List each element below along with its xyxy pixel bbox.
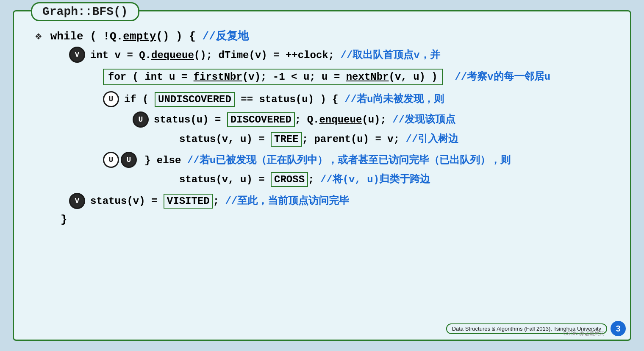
badge-u-4: U <box>121 152 137 168</box>
content-area: ❖ while ( !Q.empty() ) { //反复地 V int v =… <box>27 28 617 226</box>
line-tree: status(v, u) = TREE; parent(u) = v; //引入… <box>35 132 617 147</box>
line-for: for ( int u = firstNbr(v); -1 < u; u = n… <box>35 69 617 85</box>
box-undiscovered: UNDISCOVERED <box>155 92 235 107</box>
code-while: while ( !Q.empty() ) { //反复地 <box>50 28 249 43</box>
line-else: U U } else //若u已被发现（正在队列中），或者甚至已访问完毕（已出队… <box>35 152 617 168</box>
line-visited: V status(v) = VISITED; //至此，当前顶点访问完毕 <box>35 193 617 209</box>
box-visited: VISITED <box>164 194 213 209</box>
code-visited: status(v) = VISITED; //至此，当前顶点访问完毕 <box>90 194 349 209</box>
line-if-undiscovered: U if ( UNDISCOVERED == status(u) ) { //若… <box>35 91 617 107</box>
badge-v-1: V <box>69 47 85 63</box>
line-cross: status(v, u) = CROSS; //将(v, u)归类于跨边 <box>35 172 617 187</box>
badge-u-1: U <box>103 91 119 107</box>
code-else: } else //若u已被发现（正在队列中），或者甚至已访问完毕（已出队列），则 <box>144 153 511 167</box>
watermark: CSDN @诸葛悠闲 <box>563 330 605 337</box>
line-discovered: U status(u) = DISCOVERED; Q.enqueue(u); … <box>35 111 617 128</box>
code-dequeue: int v = Q.dequeue(); dTime(v) = ++clock;… <box>90 48 440 61</box>
line-while: ❖ while ( !Q.empty() ) { //反复地 <box>35 28 617 43</box>
bullet-diamond: ❖ <box>35 29 42 43</box>
box-cross: CROSS <box>271 172 308 187</box>
slide-title: Graph::BFS() <box>42 5 128 18</box>
line-close-brace: } <box>35 213 617 226</box>
box-tree: TREE <box>271 132 302 147</box>
code-close-brace: } <box>61 213 67 226</box>
title-box: Graph::BFS() <box>31 2 139 21</box>
badge-v-2: V <box>69 193 85 209</box>
code-discovered: status(u) = DISCOVERED; Q.enqueue(u); //… <box>154 112 455 127</box>
page-number: 3 <box>611 321 626 336</box>
code-for: for ( int u = firstNbr(v); -1 < u; u = n… <box>103 69 550 85</box>
badge-u-3: U <box>103 152 119 168</box>
code-tree: status(v, u) = TREE; parent(u) = v; //引入… <box>179 132 458 147</box>
line-dequeue: V int v = Q.dequeue(); dTime(v) = ++cloc… <box>35 47 617 63</box>
code-cross: status(v, u) = CROSS; //将(v, u)归类于跨边 <box>179 172 430 187</box>
code-if: if ( UNDISCOVERED == status(u) ) { //若u尚… <box>124 92 444 107</box>
box-discovered: DISCOVERED <box>227 112 295 127</box>
for-box: for ( int u = firstNbr(v); -1 < u; u = n… <box>103 69 443 85</box>
slide: Graph::BFS() ❖ while ( !Q.empty() ) { //… <box>13 10 631 341</box>
badge-u-2: U <box>133 111 149 128</box>
